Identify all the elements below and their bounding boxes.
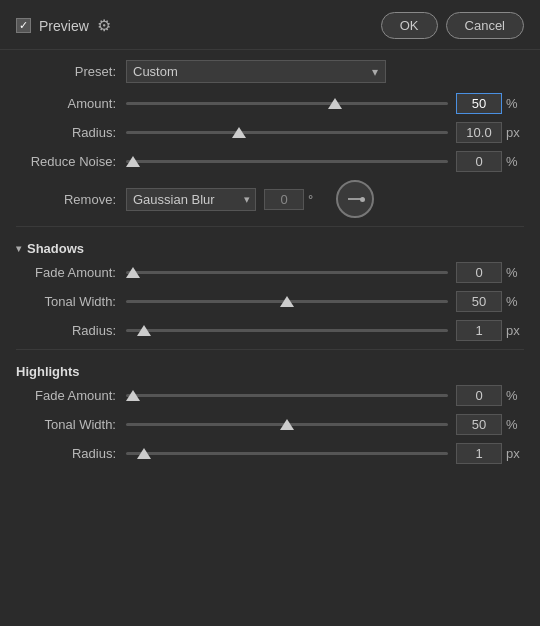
reduce-noise-thumb[interactable] [126,156,140,167]
check-icon: ✓ [19,19,28,32]
preview-checkbox[interactable]: ✓ [16,18,31,33]
shadows-radius-slider[interactable] [126,321,448,341]
header: ✓ Preview ⚙ OK Cancel [0,0,540,50]
preset-label: Preset: [16,64,126,79]
highlights-tonal-unit: % [506,417,524,432]
highlights-title: Highlights [16,364,80,379]
remove-label: Remove: [16,192,126,207]
highlights-radius-row: Radius: 1 px [16,443,524,464]
gear-icon[interactable]: ⚙ [97,16,111,35]
shadows-radius-unit: px [506,323,524,338]
shadows-radius-track [126,329,448,332]
shadows-tonal-input[interactable]: 50 [456,291,502,312]
highlights-fade-row: Fade Amount: 0 % [16,385,524,406]
shadows-tonal-thumb[interactable] [280,296,294,307]
shadows-fade-slider[interactable] [126,263,448,283]
amount-row: Amount: 50 % [16,93,524,114]
highlights-radius-thumb[interactable] [137,448,151,459]
shadows-tonal-track [126,300,448,303]
highlights-tonal-thumb[interactable] [280,419,294,430]
shadows-fade-input[interactable]: 0 [456,262,502,283]
highlights-tonal-input[interactable]: 50 [456,414,502,435]
shadows-radius-label: Radius: [16,323,126,338]
angle-control[interactable] [336,180,374,218]
reduce-noise-input[interactable]: 0 [456,151,502,172]
highlights-fade-unit: % [506,388,524,403]
amount-unit: % [506,96,524,111]
highlights-tonal-label: Tonal Width: [16,417,126,432]
highlights-tonal-row: Tonal Width: 50 % [16,414,524,435]
shadows-tonal-label: Tonal Width: [16,294,126,309]
preset-select-wrapper: Custom Default High Low [126,60,386,83]
shadows-fade-label: Fade Amount: [16,265,126,280]
shadows-title: Shadows [27,241,84,256]
shadows-radius-thumb[interactable] [137,325,151,336]
shadows-fade-thumb[interactable] [126,267,140,278]
highlights-radius-unit: px [506,446,524,461]
shadows-radius-row: Radius: 1 px [16,320,524,341]
highlights-radius-track [126,452,448,455]
highlights-fade-label: Fade Amount: [16,388,126,403]
amount-slider[interactable] [126,94,448,114]
degree-input[interactable] [264,189,304,210]
highlights-fade-slider[interactable] [126,386,448,406]
shadows-tonal-slider[interactable] [126,292,448,312]
radius-thumb[interactable] [232,127,246,138]
reduce-noise-unit: % [506,154,524,169]
amount-track [126,102,448,105]
reduce-noise-track [126,160,448,163]
highlights-radius-label: Radius: [16,446,126,461]
remove-select[interactable]: Gaussian Blur Lens Blur Motion Blur [126,188,256,211]
radius-input[interactable]: 10.0 [456,122,502,143]
header-left: ✓ Preview ⚙ [16,16,111,35]
shadows-fade-unit: % [506,265,524,280]
remove-row: Remove: Gaussian Blur Lens Blur Motion B… [16,180,524,218]
dialog: ✓ Preview ⚙ OK Cancel Preset: Custom Def… [0,0,540,626]
remove-content: Gaussian Blur Lens Blur Motion Blur ° [126,180,374,218]
amount-thumb[interactable] [328,98,342,109]
highlights-fade-track [126,394,448,397]
shadows-fade-track [126,271,448,274]
divider-2 [16,349,524,350]
radius-label: Radius: [16,125,126,140]
degree-unit: ° [308,192,326,207]
preset-row: Preset: Custom Default High Low [16,60,524,83]
shadows-chevron-icon[interactable]: ▾ [16,243,21,254]
reduce-noise-row: Reduce Noise: 0 % [16,151,524,172]
highlights-tonal-track [126,423,448,426]
radius-row: Radius: 10.0 px [16,122,524,143]
highlights-fade-thumb[interactable] [126,390,140,401]
shadows-header: ▾ Shadows [16,231,524,262]
highlights-fade-input[interactable]: 0 [456,385,502,406]
highlights-radius-input[interactable]: 1 [456,443,502,464]
angle-dot [360,197,365,202]
preview-label: Preview [39,18,89,34]
shadows-tonal-row: Tonal Width: 50 % [16,291,524,312]
radius-track [126,131,448,134]
highlights-radius-slider[interactable] [126,444,448,464]
shadows-radius-input[interactable]: 1 [456,320,502,341]
cancel-button[interactable]: Cancel [446,12,524,39]
reduce-noise-label: Reduce Noise: [16,154,126,169]
highlights-header: Highlights [16,354,524,385]
highlights-tonal-slider[interactable] [126,415,448,435]
content: Preset: Custom Default High Low Amount: … [0,50,540,482]
radius-unit: px [506,125,524,140]
amount-input[interactable]: 50 [456,93,502,114]
radius-slider[interactable] [126,123,448,143]
remove-select-wrapper: Gaussian Blur Lens Blur Motion Blur [126,188,256,211]
ok-button[interactable]: OK [381,12,438,39]
preset-select[interactable]: Custom Default High Low [126,60,386,83]
divider-1 [16,226,524,227]
reduce-noise-slider[interactable] [126,152,448,172]
shadows-fade-row: Fade Amount: 0 % [16,262,524,283]
amount-label: Amount: [16,96,126,111]
header-right: OK Cancel [381,12,524,39]
shadows-tonal-unit: % [506,294,524,309]
